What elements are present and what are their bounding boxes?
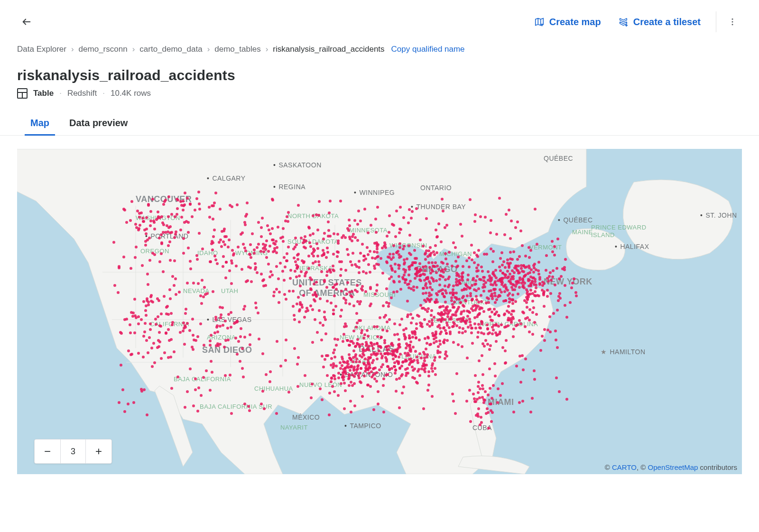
- chevron-right-icon: ›: [207, 45, 210, 54]
- create-tileset-button[interactable]: Create a tileset: [610, 12, 709, 32]
- engine-label: Redshift: [67, 89, 97, 98]
- svg-point-1: [732, 21, 733, 23]
- attribution-carto-link[interactable]: CARTO: [612, 463, 637, 471]
- resource-type: Table: [33, 89, 54, 98]
- svg-point-0: [732, 18, 733, 20]
- arrow-left-icon: [21, 17, 32, 27]
- page-title: riskanalysis_railroad_accidents: [17, 67, 742, 83]
- attribution-text: ©: [605, 463, 612, 471]
- tab-data-preview[interactable]: Data preview: [67, 118, 130, 135]
- create-map-button[interactable]: Create map: [526, 12, 610, 32]
- divider: [716, 11, 716, 32]
- attribution-text: contributors: [698, 463, 737, 471]
- chevron-right-icon: ›: [132, 45, 135, 54]
- data-points-layer: [17, 149, 742, 474]
- zoom-in-button[interactable]: +: [86, 440, 111, 463]
- create-map-label: Create map: [549, 17, 601, 28]
- attribution-text: , ©: [637, 463, 648, 471]
- back-button[interactable]: [17, 12, 36, 31]
- zoom-out-button[interactable]: −: [35, 440, 60, 463]
- zoom-level: 3: [60, 440, 86, 463]
- separator-dot: ·: [59, 89, 62, 98]
- table-icon: [17, 88, 28, 99]
- tabs: Map Data preview: [0, 99, 759, 136]
- row-count: 10.4K rows: [111, 89, 151, 98]
- svg-point-2: [732, 24, 733, 25]
- map-attribution: © CARTO, © OpenStreetMap contributors: [605, 463, 737, 471]
- map-plus-icon: [534, 17, 545, 27]
- attribution-osm-link[interactable]: OpenStreetMap: [648, 463, 698, 471]
- breadcrumb-item[interactable]: demo_tables: [214, 45, 260, 54]
- dots-vertical-icon: [728, 17, 737, 27]
- tileset-plus-icon: [618, 17, 629, 27]
- breadcrumb-item[interactable]: Data Explorer: [17, 45, 66, 54]
- tab-map[interactable]: Map: [28, 118, 51, 135]
- map-viewport[interactable]: QUÉBEC SASKATOON CALGARY REGINA WINNIPEG…: [17, 149, 742, 474]
- chevron-right-icon: ›: [71, 45, 74, 54]
- breadcrumb-item[interactable]: carto_demo_data: [139, 45, 202, 54]
- breadcrumb-item[interactable]: demo_rsconn: [79, 45, 128, 54]
- breadcrumb-item-current: riskanalysis_railroad_accidents: [273, 45, 384, 54]
- copy-qualified-name-link[interactable]: Copy qualified name: [391, 45, 465, 54]
- zoom-control: − 3 +: [34, 439, 112, 464]
- separator-dot: ·: [102, 89, 105, 98]
- more-menu-button[interactable]: [723, 12, 742, 31]
- chevron-right-icon: ›: [266, 45, 268, 54]
- breadcrumb: Data Explorer › demo_rsconn › carto_demo…: [0, 36, 759, 54]
- create-tileset-label: Create a tileset: [633, 17, 701, 28]
